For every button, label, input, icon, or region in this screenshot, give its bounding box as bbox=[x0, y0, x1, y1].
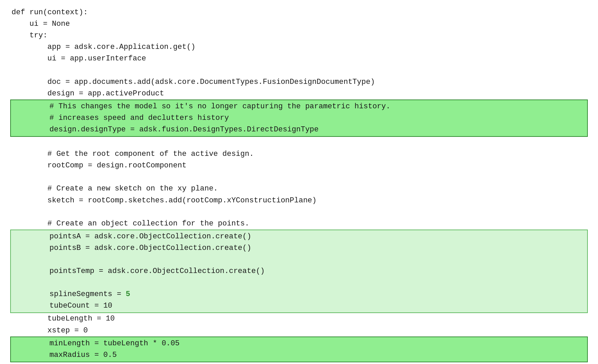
code-line: pointsA = adsk.core.ObjectCollection.cre… bbox=[12, 231, 586, 242]
highlight-block-dark-1: # This changes the model so it's no long… bbox=[10, 99, 588, 137]
code-line: sketch = rootComp.sketches.add(rootComp.… bbox=[10, 195, 588, 206]
highlight-block-dark-2: minLength = tubeLength * 0.05 maxRadius … bbox=[10, 336, 588, 362]
code-line: rootComp = design.rootComponent bbox=[10, 160, 588, 171]
code-line: # Get the root component of the active d… bbox=[10, 148, 588, 160]
code-line: pointsB = adsk.core.ObjectCollection.cre… bbox=[12, 242, 586, 254]
blank-line bbox=[10, 206, 588, 218]
blank-line bbox=[10, 137, 588, 148]
code-line: # Create an object collection for the po… bbox=[10, 218, 588, 230]
code-line: tubeLength = 10 bbox=[10, 313, 588, 325]
code-line: minLength = tubeLength * 0.05 bbox=[12, 338, 586, 349]
code-container: def run(context): ui = None try: app = a… bbox=[0, 0, 598, 364]
code-line: # Create a new sketch on the xy plane. bbox=[10, 183, 588, 195]
code-line: design = app.activeProduct bbox=[10, 88, 588, 99]
code-line: # increases speed and declutters history bbox=[12, 112, 586, 124]
code-line: doc = app.documents.add(adsk.core.Docume… bbox=[10, 76, 588, 88]
code-line: splineSegments = 5 bbox=[12, 289, 586, 300]
code-line: xstep = 0 bbox=[10, 325, 588, 336]
blank-line bbox=[10, 65, 588, 76]
blank-line bbox=[12, 254, 586, 266]
code-line: design.designType = adsk.fusion.DesignTy… bbox=[12, 124, 586, 135]
code-line: for i in range(tubeCount): bbox=[10, 362, 588, 364]
code-line: # This changes the model so it's no long… bbox=[12, 101, 586, 112]
code-line: pointsTemp = adsk.core.ObjectCollection.… bbox=[12, 266, 586, 277]
blank-line bbox=[12, 277, 586, 289]
num-highlight: 5 bbox=[126, 290, 130, 298]
code-line: ui = app.userInterface bbox=[10, 53, 588, 65]
code-line: try: bbox=[10, 30, 588, 41]
blank-line bbox=[10, 171, 588, 183]
code-line: tubeCount = 10 bbox=[12, 300, 586, 312]
code-line: ui = None bbox=[10, 18, 588, 30]
highlight-block-light-1: pointsA = adsk.core.ObjectCollection.cre… bbox=[10, 230, 588, 313]
code-line: maxRadius = 0.5 bbox=[12, 349, 586, 361]
code-line: def run(context): bbox=[10, 7, 588, 18]
code-line: app = adsk.core.Application.get() bbox=[10, 41, 588, 53]
